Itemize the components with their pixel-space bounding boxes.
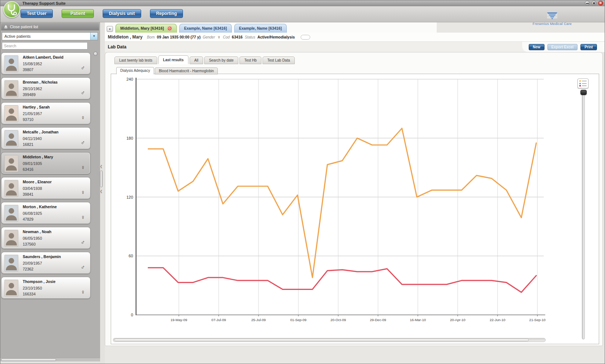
scrollbar-thumb[interactable] [114, 339, 529, 341]
svg-text:180: 180 [126, 136, 133, 140]
tab-list-dropdown-button[interactable]: ▾ [107, 26, 113, 32]
patient-name: Middleton , Mary [23, 155, 53, 159]
patient-card[interactable]: Aitken Lambert, David 15/08/1952 39807 ♂ [1, 52, 91, 74]
patient-id: 72362 [23, 267, 33, 271]
male-icon: ♂ [81, 65, 85, 71]
maximize-icon[interactable]: ▣ [591, 1, 597, 5]
patient-photo [4, 230, 18, 247]
male-icon: ♂ [81, 89, 85, 96]
new-button[interactable]: New [529, 44, 544, 50]
nav-test-user[interactable]: Test User [21, 9, 53, 18]
gender-label: Gender [203, 35, 215, 39]
eject-icon [4, 25, 8, 29]
tab-search-by-date[interactable]: Search by date [204, 56, 238, 64]
nav-patient[interactable]: Patient [62, 9, 94, 18]
male-icon: ♂ [81, 139, 85, 146]
patient-photo [4, 205, 18, 222]
patient-dob: 03/04/1938 [23, 186, 42, 191]
lab-subtab-strip: Dialysis AdequacyBlood Haematocrit - Hae… [116, 67, 218, 74]
chevron-down-icon[interactable]: ▼ [90, 33, 98, 40]
close-icon[interactable]: ✕ [598, 1, 603, 5]
patient-card[interactable]: Hartley , Sarah 21/05/1957 93710 ♀ [1, 102, 91, 124]
splitter-handle[interactable] [100, 170, 103, 187]
minimize-icon[interactable]: ▬ [585, 1, 590, 5]
cod-label: Cod [223, 35, 230, 39]
brand-logo: Fresenius Medical Care [521, 12, 583, 26]
patient-tab[interactable]: Example, Name [63416] [234, 24, 287, 33]
patient-tab[interactable]: Example, Name [63416] [179, 24, 232, 33]
subtab-dialysis-adequacy[interactable]: Dialysis Adequacy [116, 67, 154, 74]
close-patient-list-button[interactable]: Close patient list [1, 23, 99, 30]
svg-text:240: 240 [126, 77, 133, 81]
lab-chart: 19-May-0907-Jul-0925-Jul-0901-Sep-0920-O… [111, 74, 558, 331]
tab-test-lab-data[interactable]: Test Lab Data [263, 56, 295, 64]
legend-icon[interactable] [578, 78, 588, 88]
patient-photo [4, 130, 18, 147]
close-tab-icon[interactable] [167, 26, 172, 31]
tab-all[interactable]: All [190, 56, 203, 64]
female-icon: ♀ [81, 214, 85, 221]
patient-name: Aitken Lambert, David [23, 55, 63, 59]
patient-card[interactable]: Middleton , Mary 09/01/1935 63416 ♀ [1, 152, 91, 174]
chart-horizontal-scrollbar[interactable] [113, 338, 546, 342]
patient-dob: 06/08/1925 [23, 211, 42, 216]
status-toggle[interactable] [301, 35, 310, 40]
tab-last-results[interactable]: Last results [158, 55, 188, 64]
svg-text:22-Jun-10: 22-Jun-10 [490, 318, 506, 322]
patient-dob: 21/05/1957 [23, 111, 42, 116]
patient-dob: 23/10/1950 [23, 286, 42, 290]
patient-photo [4, 105, 18, 122]
patient-info-name: Middleton , Mary [108, 34, 143, 40]
tab-last-twenty-lab-tests[interactable]: Last twenty lab tests [114, 56, 157, 64]
app-logo-stethoscope-icon [3, 1, 20, 18]
patient-card[interactable]: Newman , Noah 06/05/1950 137560 ♂ [1, 227, 91, 249]
chart-container: 19-May-0907-Jul-0925-Jul-0901-Sep-0920-O… [111, 74, 599, 344]
main-navigation: Test UserPatientDialysis unitReporting [21, 9, 183, 18]
svg-text:16-Mar-10: 16-Mar-10 [410, 318, 426, 322]
patient-sidebar: Close patient list Active patients ▼ Ait… [0, 22, 100, 361]
patient-dob: 04/11/1940 [23, 136, 42, 141]
patient-card[interactable]: Saunders , Benjamin 20/09/1957 72362 ♂ [1, 252, 91, 274]
patient-dob: 20/09/1957 [23, 261, 42, 265]
patient-card[interactable]: Thompson , Josie 23/10/1950 166334 ♀ [1, 277, 91, 299]
patient-list: Aitken Lambert, David 15/08/1952 39807 ♂… [1, 52, 91, 302]
export-excel-button[interactable]: Export Excel [547, 44, 578, 50]
patient-dob: 15/08/1952 [23, 62, 42, 66]
chart-zoom-slider[interactable] [582, 90, 585, 339]
sidebar-scroll-knob[interactable] [94, 52, 98, 56]
chevron-left-icon[interactable]: ❮ [98, 190, 104, 193]
svg-text:120: 120 [126, 195, 133, 199]
svg-text:01-Sep-09: 01-Sep-09 [290, 318, 306, 322]
patient-card[interactable]: Metcalfe , Jonathan 04/11/1940 16821 ♂ [1, 127, 91, 149]
female-icon: ♀ [217, 34, 221, 40]
chevron-left-icon[interactable]: ❮ [98, 165, 104, 168]
patient-name: Saunders , Benjamin [23, 254, 61, 259]
tab-test-hb[interactable]: Test Hb [239, 56, 261, 64]
subtab-blood-haematocrit-haemoglobin[interactable]: Blood Haematocrit - Haemoglobin [155, 67, 218, 74]
patient-card[interactable]: Morton , Katherine 06/08/1925 47829 ♀ [1, 202, 91, 224]
patient-filter-select[interactable]: Active patients ▼ [2, 32, 98, 40]
svg-text:29-Dec-09: 29-Dec-09 [370, 318, 386, 322]
female-icon: ♀ [81, 164, 85, 171]
sidebar-collapse-handle[interactable]: ❮ ❮ [98, 165, 104, 212]
svg-text:25-Jul-09: 25-Jul-09 [251, 318, 266, 322]
lab-tab-strip: Last twenty lab testsLast resultsAllSear… [114, 55, 295, 64]
title-bar: Therapy Support Suite ▬ ▣ ✕ [0, 0, 605, 6]
app-window: Therapy Support Suite ▬ ▣ ✕ Test UserPat… [0, 0, 605, 364]
svg-text:60: 60 [129, 254, 133, 258]
close-patient-list-label: Close patient list [10, 25, 38, 29]
sidebar-horizontal-scrollbar[interactable] [0, 358, 100, 361]
fresenius-triangle-icon [547, 12, 557, 19]
patient-tab[interactable]: Middleton, Mary [63416] [115, 24, 177, 33]
patient-photo [4, 80, 18, 97]
print-button[interactable]: Print [580, 44, 597, 50]
patient-card[interactable]: Moore , Eleanor 03/04/1938 39841 ♀ [1, 177, 91, 199]
nav-dialysis-unit[interactable]: Dialysis unit [103, 9, 141, 18]
search-input[interactable] [2, 42, 88, 49]
patient-name: Moore , Eleanor [23, 180, 52, 184]
nav-reporting[interactable]: Reporting [150, 9, 183, 18]
svg-text:07-Jul-09: 07-Jul-09 [212, 318, 226, 322]
slider-thumb[interactable] [580, 90, 587, 95]
male-icon: ♂ [81, 264, 85, 271]
patient-card[interactable]: Brennan , Nicholas 28/10/1962 399489 ♂ [1, 77, 91, 99]
